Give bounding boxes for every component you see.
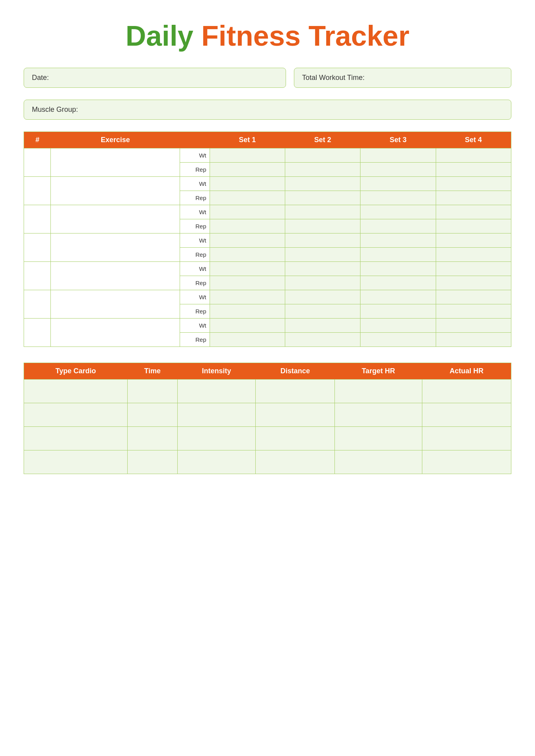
exercise-num-4	[24, 233, 51, 262]
set3-rep-5[interactable]	[360, 276, 436, 290]
set4-rep-7[interactable]	[436, 333, 511, 347]
set2-wt-7[interactable]	[285, 319, 360, 333]
workout-time-box[interactable]: Total Workout Time:	[294, 68, 511, 88]
set3-rep-4[interactable]	[360, 248, 436, 262]
set3-wt-4[interactable]	[360, 233, 436, 248]
set3-wt-5[interactable]	[360, 262, 436, 276]
date-box[interactable]: Date:	[24, 68, 286, 88]
set4-wt-1[interactable]	[436, 148, 511, 163]
set2-rep-7[interactable]	[285, 333, 360, 347]
set2-wt-2[interactable]	[285, 177, 360, 191]
exercise-row-3-wt: Wt	[24, 205, 511, 219]
set3-wt-2[interactable]	[360, 177, 436, 191]
cardio-actual-hr-2[interactable]	[422, 403, 511, 427]
set1-rep-5[interactable]	[210, 276, 285, 290]
set3-wt-6[interactable]	[360, 290, 436, 304]
exercise-name-7[interactable]	[51, 319, 180, 347]
set3-wt-1[interactable]	[360, 148, 436, 163]
header-set2: Set 2	[285, 132, 360, 148]
set4-rep-3[interactable]	[436, 219, 511, 233]
set4-wt-5[interactable]	[436, 262, 511, 276]
set1-wt-2[interactable]	[210, 177, 285, 191]
set1-wt-3[interactable]	[210, 205, 285, 219]
set2-rep-1[interactable]	[285, 163, 360, 177]
set1-rep-3[interactable]	[210, 219, 285, 233]
exercise-num-6	[24, 290, 51, 319]
exercise-name-1[interactable]	[51, 148, 180, 177]
set2-wt-1[interactable]	[285, 148, 360, 163]
cardio-type-4[interactable]	[24, 450, 128, 474]
cardio-distance-1[interactable]	[256, 380, 335, 403]
set3-wt-3[interactable]	[360, 205, 436, 219]
exercise-name-2[interactable]	[51, 177, 180, 205]
cardio-time-3[interactable]	[127, 427, 177, 450]
cardio-target-hr-4[interactable]	[335, 450, 422, 474]
set1-rep-4[interactable]	[210, 248, 285, 262]
cardio-target-hr-1[interactable]	[335, 380, 422, 403]
date-label: Date:	[32, 74, 49, 82]
cardio-target-hr-3[interactable]	[335, 427, 422, 450]
set4-rep-1[interactable]	[436, 163, 511, 177]
set4-rep-2[interactable]	[436, 191, 511, 205]
workout-time-label: Total Workout Time:	[302, 74, 365, 82]
header-time: Time	[127, 363, 177, 380]
set2-rep-5[interactable]	[285, 276, 360, 290]
cardio-type-3[interactable]	[24, 427, 128, 450]
set1-wt-5[interactable]	[210, 262, 285, 276]
cardio-intensity-4[interactable]	[177, 450, 255, 474]
set1-rep-1[interactable]	[210, 163, 285, 177]
set1-wt-4[interactable]	[210, 233, 285, 248]
exercise-name-3[interactable]	[51, 205, 180, 233]
set3-rep-6[interactable]	[360, 304, 436, 319]
set2-wt-4[interactable]	[285, 233, 360, 248]
set3-rep-2[interactable]	[360, 191, 436, 205]
set1-rep-7[interactable]	[210, 333, 285, 347]
wt-label-6: Wt	[180, 290, 210, 304]
set4-wt-6[interactable]	[436, 290, 511, 304]
cardio-intensity-3[interactable]	[177, 427, 255, 450]
cardio-target-hr-2[interactable]	[335, 403, 422, 427]
set2-wt-6[interactable]	[285, 290, 360, 304]
cardio-type-2[interactable]	[24, 403, 128, 427]
set3-wt-7[interactable]	[360, 319, 436, 333]
cardio-actual-hr-4[interactable]	[422, 450, 511, 474]
set2-wt-5[interactable]	[285, 262, 360, 276]
cardio-actual-hr-1[interactable]	[422, 380, 511, 403]
set4-wt-7[interactable]	[436, 319, 511, 333]
set4-rep-6[interactable]	[436, 304, 511, 319]
cardio-intensity-1[interactable]	[177, 380, 255, 403]
cardio-time-1[interactable]	[127, 380, 177, 403]
set1-rep-2[interactable]	[210, 191, 285, 205]
set3-rep-7[interactable]	[360, 333, 436, 347]
set2-rep-3[interactable]	[285, 219, 360, 233]
set4-wt-2[interactable]	[436, 177, 511, 191]
set4-wt-4[interactable]	[436, 233, 511, 248]
exercise-name-5[interactable]	[51, 262, 180, 290]
set1-rep-6[interactable]	[210, 304, 285, 319]
cardio-intensity-2[interactable]	[177, 403, 255, 427]
set3-rep-3[interactable]	[360, 219, 436, 233]
set4-wt-3[interactable]	[436, 205, 511, 219]
exercise-name-4[interactable]	[51, 233, 180, 262]
cardio-time-4[interactable]	[127, 450, 177, 474]
set2-rep-4[interactable]	[285, 248, 360, 262]
set4-rep-5[interactable]	[436, 276, 511, 290]
set1-wt-7[interactable]	[210, 319, 285, 333]
exercise-num-3	[24, 205, 51, 233]
set1-wt-1[interactable]	[210, 148, 285, 163]
set2-wt-3[interactable]	[285, 205, 360, 219]
muscle-group-box[interactable]: Muscle Group:	[24, 100, 511, 120]
exercise-name-6[interactable]	[51, 290, 180, 319]
cardio-distance-4[interactable]	[256, 450, 335, 474]
cardio-actual-hr-3[interactable]	[422, 427, 511, 450]
set1-wt-6[interactable]	[210, 290, 285, 304]
cardio-distance-2[interactable]	[256, 403, 335, 427]
set2-rep-2[interactable]	[285, 191, 360, 205]
cardio-time-2[interactable]	[127, 403, 177, 427]
set3-rep-1[interactable]	[360, 163, 436, 177]
set4-rep-4[interactable]	[436, 248, 511, 262]
cardio-type-1[interactable]	[24, 380, 128, 403]
exercise-num-7	[24, 319, 51, 347]
cardio-distance-3[interactable]	[256, 427, 335, 450]
set2-rep-6[interactable]	[285, 304, 360, 319]
